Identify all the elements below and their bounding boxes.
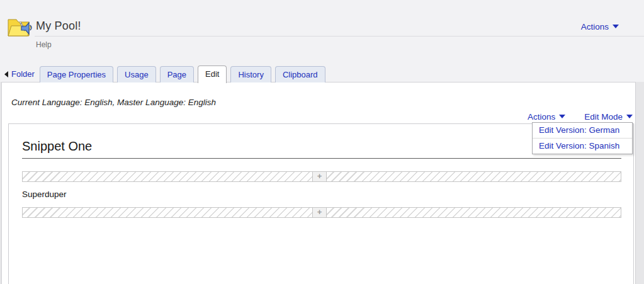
empty-content-slot[interactable]: [22, 171, 312, 182]
editor-actions-label: Actions: [528, 112, 555, 122]
tab-history[interactable]: History: [230, 66, 271, 82]
help-link[interactable]: Help: [36, 40, 52, 49]
header-actions-label: Actions: [581, 22, 609, 31]
tab-usage[interactable]: Usage: [117, 66, 156, 82]
publication-folder-icon: [6, 15, 33, 38]
menu-item-edit-version-spanish[interactable]: Edit Version: Spanish: [533, 138, 632, 154]
content-slot-row: +: [22, 207, 621, 218]
actions-dropdown-menu: Edit Version: German Edit Version: Spani…: [532, 122, 633, 154]
tab-clipboard[interactable]: Clipboard: [275, 66, 325, 82]
content-slot-row: +: [22, 171, 621, 182]
back-to-folder-link[interactable]: Folder: [4, 69, 40, 82]
page-title: My Pool!: [36, 20, 81, 33]
header-divider: [35, 36, 644, 37]
editor-toolbar: Actions Edit Mode: [528, 112, 633, 122]
back-link-label: Folder: [11, 69, 35, 79]
empty-content-slot[interactable]: [327, 207, 621, 218]
edit-mode-button[interactable]: Edit Mode: [584, 112, 633, 122]
tab-page-properties[interactable]: Page Properties: [40, 66, 113, 82]
menu-item-edit-version-german[interactable]: Edit Version: German: [533, 123, 632, 138]
empty-content-slot[interactable]: [327, 171, 621, 182]
header-actions-button[interactable]: Actions: [581, 22, 619, 31]
page-header: My Pool! Actions Help: [0, 0, 644, 65]
edit-mode-label: Edit Mode: [584, 112, 623, 122]
tab-bar: Folder Page Properties Usage Page Edit H…: [4, 65, 329, 82]
triangle-left-icon: [4, 71, 8, 77]
chevron-down-icon: [626, 115, 633, 118]
empty-content-slot[interactable]: [22, 207, 312, 218]
tab-page[interactable]: Page: [160, 66, 194, 82]
chevron-down-icon: [559, 115, 565, 118]
add-block-button[interactable]: +: [312, 171, 327, 182]
editor-actions-button[interactable]: Actions: [528, 112, 565, 122]
chevron-down-icon: [613, 25, 619, 28]
add-block-button[interactable]: +: [312, 207, 327, 218]
language-status: Current Language: English, Master Langua…: [11, 98, 216, 107]
tab-edit[interactable]: Edit: [198, 65, 227, 83]
document-subheading[interactable]: Superduper: [22, 190, 621, 199]
